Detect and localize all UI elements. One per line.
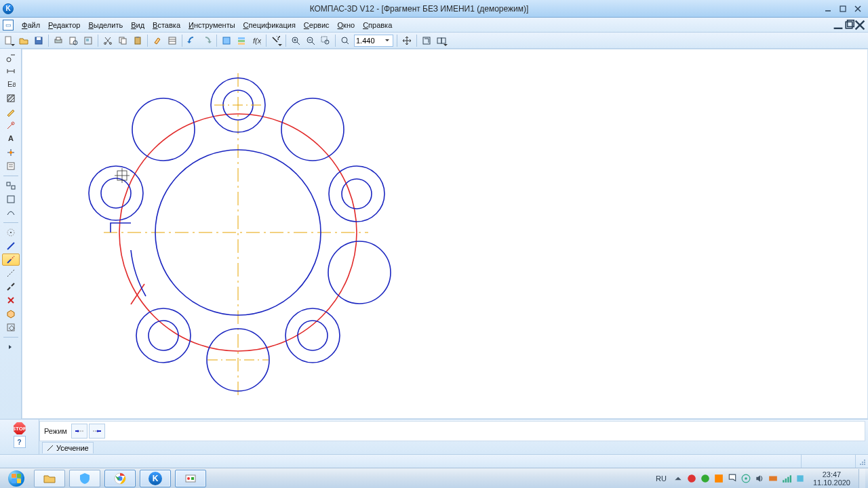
paste-button[interactable] [130,34,145,47]
layers-button[interactable] [219,34,234,47]
trim-tab-label: Усечение [56,444,89,452]
tray-volume-icon[interactable] [755,474,764,483]
cut-button[interactable] [100,34,115,47]
select-tool[interactable] [2,146,20,159]
properties-button[interactable] [165,34,180,47]
zoom-input[interactable] [356,37,383,45]
menu-editor[interactable]: Редактор [44,20,84,30]
trim-mode-b-button[interactable] [89,424,105,439]
delete-tool[interactable] [2,294,20,306]
save-button[interactable] [31,34,46,47]
svg-point-100 [77,430,79,432]
tray-show-hidden-icon[interactable] [673,474,683,483]
geometry-tool[interactable] [2,52,20,64]
taskbar-item-explorer[interactable] [34,470,65,487]
open-button[interactable] [16,34,31,47]
mdi-close-button[interactable] [854,20,865,30]
extend-tool[interactable] [2,267,20,279]
annotations-tool[interactable]: Ea [2,79,20,91]
hatch-tool[interactable] [2,92,20,104]
point-tool[interactable] [2,226,20,239]
tray-app-1-icon[interactable] [687,474,696,483]
zoom-dropdown-button[interactable] [383,38,391,43]
svg-line-70 [12,283,14,286]
tray-network-icon[interactable] [782,474,791,483]
aux-geom-tool[interactable] [2,193,20,205]
expand-toolbar-button[interactable] [2,341,20,353]
tray-app-4-icon[interactable] [768,474,778,483]
zoom-in-button[interactable] [288,34,303,47]
menu-help[interactable]: Справка [359,20,396,30]
close-button[interactable] [850,3,865,14]
menu-view[interactable]: Вид [127,20,149,30]
zoom-previous-button[interactable] [338,34,353,47]
copy-button[interactable] [115,34,130,47]
measure-tool[interactable]: A [2,133,20,145]
layer-manager-button[interactable] [234,34,249,47]
print-button[interactable] [51,34,66,47]
redo-button[interactable] [199,34,214,47]
maximize-button[interactable] [835,3,850,14]
undo-button[interactable] [184,34,199,47]
views-tool[interactable] [2,180,20,192]
trim-tab[interactable]: Усечение [42,442,94,453]
menu-window[interactable]: Окно [334,20,359,30]
zoom-out-button[interactable] [303,34,318,47]
tray-usb-icon[interactable] [741,474,751,483]
start-button[interactable] [3,469,30,488]
tray-app-5-icon[interactable] [795,474,805,483]
svg-line-69 [7,287,10,290]
menu-select[interactable]: Выделить [84,20,127,30]
zoom-window-button[interactable] [318,34,333,47]
menu-spec[interactable]: Спецификация [239,20,300,30]
mdi-minimize-button[interactable] [833,20,844,30]
drawing-canvas[interactable] [22,49,868,419]
menu-insert[interactable]: Вставка [149,20,184,30]
spec-tool[interactable] [2,160,20,172]
spline-tool[interactable] [2,207,20,219]
taskbar-item-kompas[interactable]: K [140,470,171,487]
macro-tool[interactable]: ◇ [2,321,20,333]
stop-button[interactable]: STOP [14,422,26,434]
clock-time[interactable]: 23:47 [813,470,850,479]
variables-button[interactable]: f(x) [249,34,264,47]
trim-mode-a-button[interactable] [71,424,87,439]
taskbar-item-shield[interactable] [69,470,100,487]
pan-button[interactable] [399,34,414,47]
status-cell-right [802,455,856,468]
refresh-button[interactable] [419,34,434,47]
edit-tool[interactable] [2,106,20,118]
context-help-button[interactable]: ? [269,34,283,47]
tray-app-3-icon[interactable] [714,474,724,483]
show-desktop-button[interactable] [859,469,865,488]
menu-service[interactable]: Сервис [300,20,334,30]
trim-tool[interactable] [2,253,20,266]
taskbar-item-chrome[interactable] [104,470,136,487]
clock-date[interactable]: 11.10.2020 [813,479,850,487]
print-preview-button[interactable] [66,34,81,47]
taskbar-item-recorder[interactable] [175,470,206,487]
line-tool[interactable] [2,240,20,252]
page-setup-button[interactable] [81,34,96,47]
3d-symbol-tool[interactable] [2,308,20,320]
tray-action-center-icon[interactable] [728,474,737,483]
mdi-restore-button[interactable] [844,20,854,30]
tray-app-2-icon[interactable] [701,474,710,483]
resize-grip[interactable] [856,455,868,468]
dimensions-tool[interactable] [2,65,20,77]
menu-file[interactable]: Файл [18,20,44,30]
break-tool[interactable] [2,281,20,293]
svg-line-34 [297,42,300,45]
parametrize-tool[interactable] [2,119,20,131]
format-painter-button[interactable] [150,34,165,47]
input-language[interactable]: RU [656,474,667,483]
svg-point-105 [864,464,865,465]
svg-line-67 [11,256,14,260]
display-mode-button[interactable] [434,34,449,47]
menu-tools[interactable]: Инструменты [184,20,239,30]
new-button[interactable] [1,34,16,47]
help-button[interactable]: ? [14,436,26,448]
svg-text:◇: ◇ [9,323,15,331]
svg-rect-1 [840,6,846,12]
minimize-button[interactable] [821,3,835,14]
